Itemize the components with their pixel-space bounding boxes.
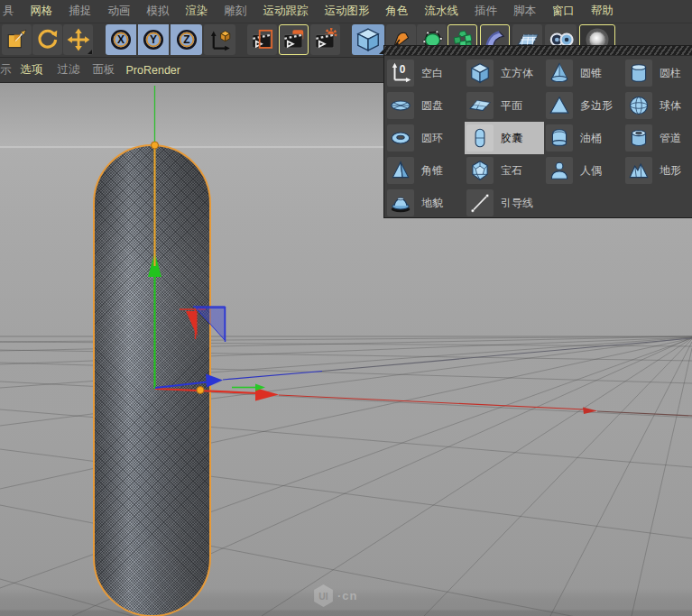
- primitive-item-figure[interactable]: 人偶: [544, 154, 623, 187]
- render-picture-viewer-button[interactable]: [279, 24, 309, 55]
- menu-plugins[interactable]: 插件: [475, 4, 497, 19]
- primitive-item-plane[interactable]: 平面: [465, 89, 544, 122]
- flyout-drag-handle[interactable]: [384, 46, 692, 56]
- viewmenu-panel[interactable]: 面板: [93, 62, 115, 78]
- pyramid-icon: [387, 157, 414, 184]
- menu-help[interactable]: 帮助: [591, 4, 614, 19]
- primitives-flyout-panel: 0 空白 立方体 圆锥: [383, 45, 692, 218]
- rotate-icon: [36, 28, 60, 51]
- menu-motion-tracker[interactable]: 运动跟踪: [263, 4, 309, 19]
- primitive-item-oiltank[interactable]: 油桶: [544, 122, 623, 154]
- viewmenu-options[interactable]: 选项: [21, 62, 43, 78]
- primitive-item-pyramid[interactable]: 角锥: [385, 154, 465, 187]
- svg-text:UI: UI: [318, 592, 328, 602]
- move-icon: [67, 28, 90, 51]
- viewmenu-prorender[interactable]: ProRender: [126, 64, 180, 77]
- primitive-item-landscape[interactable]: 地形: [623, 154, 692, 187]
- cylinder-icon: [625, 60, 652, 87]
- viewmenu-filter[interactable]: 过滤: [58, 62, 80, 78]
- sphere-icon: [625, 92, 652, 119]
- svg-text:0: 0: [400, 63, 406, 76]
- plane-icon: [466, 92, 494, 119]
- coordsys-icon: [208, 28, 232, 52]
- tube-icon: [625, 124, 652, 152]
- move-tool-button[interactable]: [63, 24, 93, 55]
- menu-script[interactable]: 脚本: [513, 4, 536, 19]
- axis-y-icon: Y: [142, 28, 165, 51]
- primitive-item-capsule[interactable]: 胶囊: [465, 122, 544, 154]
- menu-sculpt[interactable]: 雕刻: [225, 4, 247, 19]
- rotate-tool-button[interactable]: [32, 24, 62, 55]
- render-picture-viewer-icon: [281, 28, 306, 52]
- menu-mesh[interactable]: 网格: [31, 4, 53, 19]
- disc-icon: [387, 92, 414, 119]
- scale-tool-button[interactable]: [2, 24, 32, 55]
- primitive-item-disc[interactable]: 圆盘: [385, 89, 465, 122]
- coordinate-system-button[interactable]: [204, 24, 235, 55]
- cube-icon: [466, 60, 494, 87]
- menu-bar: 具 网格 捕捉 动画 模拟 渲染 雕刻 运动跟踪 运动图形 角色 流水线 插件 …: [0, 0, 692, 23]
- menu-pipeline[interactable]: 流水线: [425, 4, 459, 19]
- lock-z-axis-button[interactable]: Z: [171, 24, 202, 55]
- capsule-height-handle: [152, 142, 159, 149]
- flyout-corner: [88, 50, 92, 54]
- svg-text:Y: Y: [150, 33, 157, 46]
- watermark: UI ·cn: [312, 584, 358, 608]
- world-x-axis-far: [597, 411, 692, 416]
- axis-z-icon: Z: [175, 28, 198, 51]
- lock-y-axis-button[interactable]: Y: [138, 24, 170, 55]
- render-view-button[interactable]: [247, 24, 277, 55]
- primitive-item-polygon[interactable]: 多边形: [544, 89, 623, 122]
- svg-text:X: X: [117, 33, 125, 46]
- render-settings-button[interactable]: [310, 24, 340, 55]
- menu-animate[interactable]: 动画: [108, 4, 131, 19]
- gizmo-x-line: [155, 389, 257, 393]
- primitive-item-gem[interactable]: 宝石: [465, 154, 544, 187]
- gizmo-z-arrow: [206, 374, 223, 388]
- primitive-item-cone[interactable]: 圆锥: [544, 57, 623, 89]
- torus-icon: [387, 124, 414, 152]
- menu-window[interactable]: 窗口: [552, 4, 575, 19]
- gem-icon: [466, 157, 494, 184]
- figure-icon: [546, 157, 573, 184]
- polygon-icon: [546, 92, 573, 119]
- viewmenu-display[interactable]: 示: [0, 62, 12, 78]
- menu-simulate[interactable]: 模拟: [147, 4, 170, 19]
- world-x-axis: [279, 395, 585, 409]
- primitive-item-null[interactable]: 0 空白: [385, 57, 465, 89]
- scale-icon: [5, 28, 29, 51]
- cone-icon: [546, 60, 573, 87]
- menu-tools[interactable]: 具: [3, 4, 14, 19]
- menu-character[interactable]: 角色: [386, 4, 409, 19]
- svg-text:Z: Z: [183, 33, 189, 46]
- watermark-hexagon: UI: [312, 584, 335, 608]
- capsule-radius-handle: [197, 387, 204, 394]
- world-z-axis: [223, 372, 322, 381]
- empty-cell: [544, 187, 623, 219]
- lock-x-axis-button[interactable]: X: [106, 24, 137, 55]
- menu-snap[interactable]: 捕捉: [69, 4, 92, 19]
- primitive-item-cube[interactable]: 立方体: [465, 57, 544, 89]
- menu-mograph[interactable]: 运动图形: [325, 4, 370, 19]
- primitive-item-torus[interactable]: 圆环: [385, 122, 465, 154]
- null-icon: 0: [387, 60, 414, 87]
- capsule-icon: [466, 124, 494, 152]
- menu-render[interactable]: 渲染: [186, 4, 208, 19]
- primitive-item-sphere[interactable]: 球体: [623, 89, 692, 122]
- guide-icon: [466, 189, 494, 216]
- primitives-grid: 0 空白 立方体 圆锥: [384, 56, 692, 219]
- world-x-arrow: [583, 408, 597, 415]
- world-z-axis-far: [322, 338, 692, 372]
- axis-x-icon: X: [109, 28, 133, 51]
- oiltank-icon: [546, 124, 573, 152]
- plane-handle-zy: [193, 307, 226, 342]
- primitive-item-tube[interactable]: 管道: [623, 122, 692, 154]
- relief-icon: [387, 189, 414, 216]
- primitive-item-relief[interactable]: 地貌: [385, 187, 465, 219]
- primitive-item-guide[interactable]: 引导线: [465, 187, 544, 219]
- add-primitive-button[interactable]: [352, 24, 384, 55]
- gizmo-x-arrow: [255, 388, 279, 401]
- cube-icon: [355, 26, 382, 53]
- render-settings-icon: [313, 28, 337, 52]
- primitive-item-cylinder[interactable]: 圆柱: [623, 57, 692, 89]
